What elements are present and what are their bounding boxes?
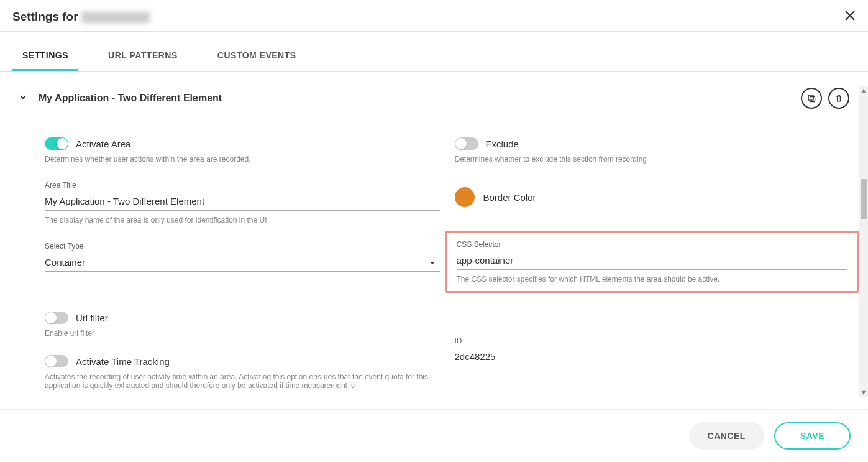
border-color-field: Border Color bbox=[455, 187, 850, 207]
tab-settings[interactable]: SETTINGS bbox=[12, 44, 78, 71]
select-type-field: Select Type bbox=[45, 242, 440, 272]
svg-rect-0 bbox=[808, 95, 813, 100]
css-selector-help: The CSS selector specifies for which HTM… bbox=[457, 275, 848, 284]
id-label: ID bbox=[455, 336, 850, 345]
area-title-help: The display name of the area is only use… bbox=[45, 216, 440, 224]
exclude-label: Exclude bbox=[486, 139, 519, 149]
url-filter-field: Url filter Enable url filter bbox=[45, 312, 440, 338]
time-tracking-field: Activate Time Tracking Activates the rec… bbox=[45, 355, 440, 390]
copy-icon bbox=[806, 93, 816, 103]
border-color-label: Border Color bbox=[483, 192, 536, 203]
scrollbar-thumb[interactable] bbox=[861, 179, 867, 219]
trash-icon bbox=[834, 93, 844, 103]
time-tracking-toggle[interactable] bbox=[45, 355, 68, 367]
css-selector-label: CSS Selector bbox=[457, 240, 848, 249]
activate-area-label: Activate Area bbox=[76, 139, 130, 149]
exclude-field: Exclude Determines whether to exclude th… bbox=[455, 137, 850, 164]
id-field: ID bbox=[455, 336, 850, 366]
copy-button[interactable] bbox=[801, 88, 822, 109]
select-type-select[interactable] bbox=[45, 253, 440, 272]
activate-area-toggle[interactable] bbox=[45, 137, 68, 150]
time-tracking-help: Activates the recording of user activity… bbox=[45, 372, 440, 390]
border-color-picker[interactable] bbox=[455, 187, 475, 207]
activate-area-field: Activate Area Determines whether user ac… bbox=[45, 137, 440, 164]
exclude-toggle[interactable] bbox=[455, 137, 478, 150]
url-filter-help: Enable url filter bbox=[45, 329, 440, 338]
section-title: My Application - Two Different Element bbox=[39, 93, 222, 104]
footer: CANCEL SAVE bbox=[0, 409, 868, 462]
close-button[interactable] bbox=[844, 9, 856, 25]
delete-button[interactable] bbox=[828, 88, 849, 109]
area-title-field: Area Title The display name of the area … bbox=[45, 181, 440, 224]
tab-url-patterns[interactable]: URL PATTERNS bbox=[98, 44, 188, 71]
css-selector-field: CSS Selector The CSS selector specifies … bbox=[457, 240, 848, 284]
page-title: Settings for bbox=[12, 10, 150, 24]
scroll-up-arrow-icon[interactable]: ▲ bbox=[859, 86, 868, 95]
area-title-input[interactable] bbox=[45, 192, 440, 211]
id-value bbox=[455, 348, 850, 366]
tabs: SETTINGS URL PATTERNS CUSTOM EVENTS bbox=[0, 44, 868, 72]
exclude-help: Determines whether to exclude this secti… bbox=[455, 155, 850, 164]
title-prefix: Settings for bbox=[12, 10, 78, 23]
svg-rect-1 bbox=[810, 97, 815, 102]
scroll-down-arrow-icon[interactable]: ▼ bbox=[859, 388, 868, 397]
title-subject-redacted bbox=[81, 12, 150, 23]
css-selector-highlight: CSS Selector The CSS selector specifies … bbox=[445, 231, 860, 293]
cancel-button[interactable]: CANCEL bbox=[689, 422, 764, 450]
activate-area-help: Determines whether user actions within t… bbox=[45, 155, 440, 164]
area-title-label: Area Title bbox=[45, 181, 440, 190]
select-type-label: Select Type bbox=[45, 242, 440, 251]
tab-custom-events[interactable]: CUSTOM EVENTS bbox=[208, 44, 306, 71]
time-tracking-label: Activate Time Tracking bbox=[76, 356, 170, 367]
css-selector-input[interactable] bbox=[457, 251, 848, 270]
url-filter-toggle[interactable] bbox=[45, 312, 68, 324]
vertical-scrollbar[interactable]: ▲ ▼ bbox=[859, 86, 868, 397]
expand-chevron-icon[interactable] bbox=[19, 93, 27, 104]
save-button[interactable]: SAVE bbox=[774, 422, 851, 450]
close-icon bbox=[844, 10, 856, 21]
url-filter-label: Url filter bbox=[76, 313, 108, 323]
